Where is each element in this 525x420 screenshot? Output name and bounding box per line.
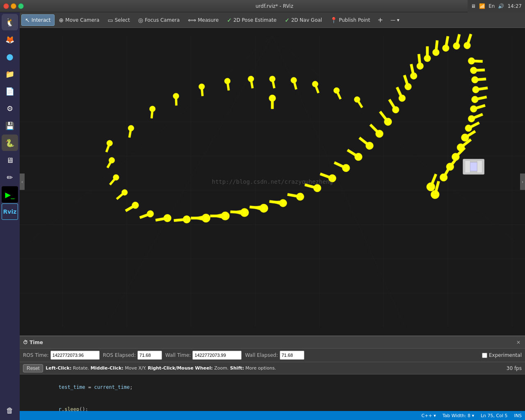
sidebar-icon-settings[interactable]: ⚙ [2, 100, 18, 116]
window-title: urdf.rviz* - RViz [27, 3, 522, 9]
right-click-text: Zoom. [214, 365, 230, 371]
svg-rect-42 [210, 215, 223, 217]
collapse-right-handle[interactable]: › [520, 173, 525, 190]
sidebar-icon-python[interactable]: 🐍 [2, 135, 18, 151]
move-camera-label: Move Camera [65, 17, 99, 23]
status-bar: C++ ▾ Tab Width: 8 ▾ Ln 75, Col 5 INS [20, 411, 525, 420]
shift-text: More options. [245, 365, 276, 371]
wall-elapsed-input[interactable] [280, 351, 304, 360]
interact-label: Interact [32, 17, 51, 23]
collapse-left-handle[interactable]: ‹ [20, 173, 25, 190]
focus-camera-button[interactable]: ◎ Focus Camera [135, 14, 183, 26]
status-right: C++ ▾ Tab Width: 8 ▾ Ln 75, Col 5 INS [422, 413, 522, 418]
experimental-checkbox[interactable] [482, 353, 487, 358]
wall-elapsed-group: Wall Elapsed: [245, 351, 304, 360]
2d-pose-button[interactable]: ✓ 2D Pose Estimate [223, 14, 280, 26]
sidebar-icon-chrome[interactable]: ● [2, 48, 18, 65]
experimental-group: Experimental [482, 352, 522, 358]
mode-status: INS [514, 413, 522, 418]
system-tray: 🖥 📶 En 🔊 14:27 [468, 0, 525, 12]
controls-bar: Reset Left-Click: Rotate. Middle-Click: … [20, 362, 525, 374]
ros-time-label: ROS Time: [23, 352, 49, 358]
language-status[interactable]: C++ ▾ [422, 413, 436, 418]
focus-camera-label: Focus Camera [145, 17, 180, 23]
svg-rect-20 [271, 98, 274, 109]
interact-icon: ↖ [25, 17, 30, 23]
wifi-icon: 📶 [479, 3, 485, 9]
minimize-button[interactable] [11, 3, 16, 9]
viewport[interactable]: http://blog.csdn.net/crazyquhezheng › ‹ [20, 28, 525, 336]
wall-time-label: Wall Time: [165, 352, 191, 358]
position-status: Ln 75, Col 5 [481, 413, 508, 418]
measure-label: Measure [198, 17, 219, 23]
wall-time-input[interactable] [192, 351, 242, 360]
more-tools-button[interactable]: — ▾ [387, 14, 403, 26]
code-var: test_time [59, 384, 85, 390]
select-label: Select [115, 17, 130, 23]
time-panel-title: ⏱ Time [23, 340, 43, 345]
svg-rect-93 [175, 96, 177, 105]
sidebar-icon-ubuntu[interactable]: 🐧 [2, 14, 18, 30]
sidebar-icon-terminal[interactable]: ▶_ [2, 186, 18, 203]
wall-time-group: Wall Time: [165, 351, 242, 360]
clock: 14:27 [507, 3, 522, 9]
publish-point-label: Publish Point [339, 17, 370, 23]
3d-visualization [20, 28, 525, 336]
svg-rect-45 [231, 210, 243, 214]
ros-elapsed-label: ROS Elapsed: [103, 352, 136, 358]
svg-rect-79 [426, 46, 429, 58]
sidebar-icon-editor[interactable]: ✏ [2, 169, 18, 185]
time-fields: ROS Time: ROS Elapsed: Wall Time: Wall E… [20, 349, 525, 362]
sidebar-icon-office[interactable]: 📄 [2, 83, 18, 99]
left-click-text: Rotate. [73, 365, 91, 371]
publish-point-button[interactable]: 📍 Publish Point [326, 14, 374, 26]
sidebar-icon-rviz[interactable]: Rviz [2, 203, 18, 220]
controls-hint: Left-Click: Rotate. Middle-Click: Move X… [46, 365, 276, 371]
nav-icon: ✓ [285, 17, 290, 23]
middle-click-text: Move X/Y. [125, 365, 148, 371]
add-icon: + [378, 16, 383, 24]
sidebar-icon-storage[interactable]: 💾 [2, 117, 18, 134]
ros-elapsed-input[interactable] [137, 351, 162, 360]
svg-rect-137 [474, 68, 485, 71]
2d-pose-label: 2D Pose Estimate [233, 17, 276, 23]
time-panel-close-button[interactable]: ✕ [515, 339, 522, 346]
code-line-1: test_time = current_time; [23, 376, 522, 398]
sidebar: 🐧 🦊 ● 📁 📄 ⚙ 💾 🐍 🖥 ✏ ▶_ Rviz 🗑 [0, 12, 20, 420]
more-icon: — ▾ [390, 17, 399, 23]
reset-button[interactable]: Reset [23, 364, 43, 372]
svg-rect-111 [465, 161, 470, 173]
close-button[interactable] [3, 3, 9, 9]
interact-button[interactable]: ↖ Interact [21, 14, 55, 26]
time-panel-label: Time [30, 340, 43, 345]
shift-label: Shift: [230, 365, 244, 371]
network-icon: 🖥 [471, 3, 476, 9]
sidebar-icon-trash[interactable]: 🗑 [2, 402, 18, 418]
window-controls [3, 3, 24, 9]
volume-icon: 🔊 [498, 3, 504, 9]
toolbar: ↖ Interact ⊕ Move Camera ▭ Select ◎ Focu… [20, 12, 525, 28]
sidebar-icon-display[interactable]: 🖥 [2, 152, 18, 168]
sidebar-icon-files[interactable]: 📁 [2, 66, 18, 82]
left-click-label: Left-Click: [46, 365, 71, 371]
ros-time-input[interactable] [50, 351, 100, 360]
svg-rect-139 [471, 59, 482, 62]
add-tool-button[interactable]: + [375, 14, 386, 26]
right-click-label: Right-Click/Mouse Wheel: [148, 365, 212, 371]
time-panel-header: ⏱ Time ✕ [20, 336, 525, 349]
app-container: 🐧 🦊 ● 📁 📄 ⚙ 💾 🐍 🖥 ✏ ▶_ Rviz 🗑 ↖ Interact… [0, 12, 525, 420]
select-button[interactable]: ▭ Select [104, 14, 133, 26]
ros-time-group: ROS Time: [23, 351, 100, 360]
title-bar: urdf.rviz* - RViz 🖥 📶 En 🔊 14:27 [0, 0, 525, 12]
sidebar-icon-firefox[interactable]: 🦊 [2, 31, 18, 48]
publish-icon: 📍 [330, 17, 337, 23]
2d-nav-button[interactable]: ✓ 2D Nav Goal [281, 14, 326, 26]
tab-width-status[interactable]: Tab Width: 8 ▾ [443, 413, 474, 418]
wall-elapsed-label: Wall Elapsed: [245, 352, 278, 358]
measure-button[interactable]: ⟺ Measure [184, 14, 222, 26]
move-camera-button[interactable]: ⊕ Move Camera [55, 14, 103, 26]
svg-rect-39 [191, 217, 204, 219]
maximize-button[interactable] [18, 3, 24, 9]
code-editor: test_time = current_time; r.sleep(); } } [20, 374, 525, 411]
code-obj: r [59, 406, 62, 411]
